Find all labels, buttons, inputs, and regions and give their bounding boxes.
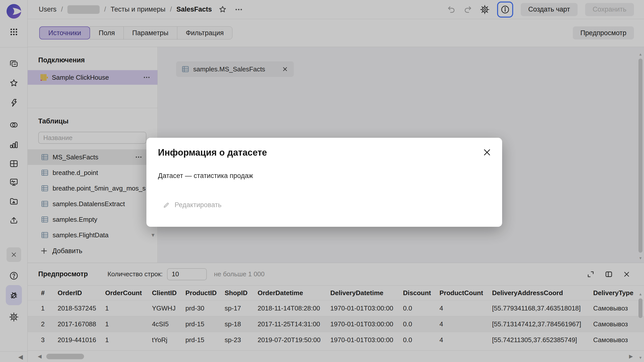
modal-close-icon[interactable]	[482, 148, 492, 157]
edit-label: Редактировать	[175, 201, 222, 209]
pencil-icon	[163, 201, 170, 209]
dataset-info-modal: Информация о датасете Датасет — статисти…	[146, 138, 502, 227]
modal-title: Информация о датасете	[158, 147, 267, 158]
edit-description-button[interactable]: Редактировать	[163, 201, 222, 209]
dataset-description: Датасет — статистика продаж	[158, 172, 253, 180]
